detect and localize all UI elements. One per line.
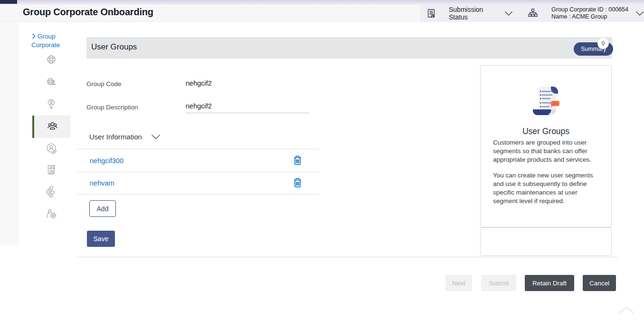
next-button[interactable]: Next <box>445 275 472 291</box>
section-title: User Groups <box>91 42 137 52</box>
user-information-label: User Information <box>89 133 142 141</box>
header-right-panel: Submission Status Group Corporate ID : 0… <box>420 5 644 22</box>
user-list: nehgcif300 nehvam <box>77 149 319 195</box>
user-groups-icon <box>46 119 59 134</box>
info-panel-footer <box>480 227 612 256</box>
org-chart-icon[interactable] <box>528 8 538 19</box>
info-panel-text: Customers are grouped into user segments… <box>493 138 601 205</box>
user-edit-icon <box>45 142 58 156</box>
delete-user-button[interactable] <box>293 177 303 189</box>
user-row: nehvam <box>77 172 319 195</box>
corporate-id-text: Group Corporate ID : 000654 <box>551 6 628 13</box>
sidebar-item-user-groups[interactable] <box>32 116 70 138</box>
global-user-icon <box>45 76 57 90</box>
info-paragraph-1: Customers are grouped into user segments… <box>493 138 601 164</box>
sidebar-icon-nav <box>32 49 70 225</box>
header-bar: Group Corporate Onboarding Submission St… <box>0 5 644 22</box>
section-header-bar: User Groups <box>86 37 612 59</box>
sidebar-item-global-user[interactable] <box>32 72 70 94</box>
sidebar-item-reports[interactable] <box>32 160 70 182</box>
user-information-header[interactable]: User Information <box>89 133 161 141</box>
user-link[interactable]: nehvam <box>90 179 114 187</box>
user-profile-icon <box>45 98 57 112</box>
info-panel: User Groups Customers are grouped into u… <box>480 65 612 227</box>
trash-icon <box>293 177 303 189</box>
cancel-button[interactable]: Cancel <box>583 275 616 291</box>
group-description-label: Group Description <box>86 104 138 111</box>
info-panel-title: User Groups <box>481 127 611 137</box>
trash-icon <box>293 155 303 167</box>
sidebar-item-user-edit[interactable] <box>32 138 70 160</box>
sidebar-item-user-settings[interactable] <box>32 204 70 225</box>
add-button[interactable]: Add <box>89 200 116 217</box>
summary-count-badge: 0 <box>597 38 609 49</box>
delete-user-button[interactable] <box>293 155 303 167</box>
sidebar-item-workflow[interactable] <box>32 182 70 204</box>
user-groups-illustration <box>527 83 565 123</box>
globe-icon <box>45 53 57 68</box>
submission-status-chevron-down-icon[interactable] <box>504 11 513 16</box>
chevron-right-icon <box>31 33 37 39</box>
top-corner-accent <box>0 0 17 4</box>
group-description-input[interactable] <box>186 99 309 113</box>
user-link[interactable]: nehgcif300 <box>90 157 123 165</box>
user-row: nehgcif300 <box>77 149 319 172</box>
group-code-value: nehgcif2 <box>186 79 212 87</box>
info-paragraph-2: You can create new user segments and use… <box>493 171 601 205</box>
reports-icon <box>45 164 57 178</box>
submission-status-label[interactable]: Submission Status <box>449 6 493 21</box>
user-information-chevron-down-icon <box>151 134 161 140</box>
left-rail <box>0 22 19 245</box>
sidebar-item-user-profile[interactable] <box>32 94 70 116</box>
top-gradient-strip <box>0 0 644 5</box>
retain-draft-button[interactable]: Retain Draft <box>525 275 574 291</box>
submit-button[interactable]: Submit <box>481 275 516 291</box>
sidebar-item-globe[interactable] <box>32 49 70 71</box>
group-code-label: Group Code <box>86 80 122 88</box>
corporate-identity-block: Group Corporate ID : 000654 Name : ACME … <box>551 6 628 20</box>
save-button[interactable]: Save <box>87 231 115 247</box>
page-title: Group Corporate Onboarding <box>23 7 153 18</box>
content-divider <box>77 257 617 257</box>
sidebar-group-corporate-link[interactable]: Group Corporate <box>31 32 73 49</box>
app-window: Group Corporate Onboarding Submission St… <box>0 0 644 322</box>
scroll-to-top-icon[interactable] <box>617 305 635 317</box>
corporate-chevron-down-icon[interactable] <box>635 11 644 16</box>
corporate-name-text: Name : ACME Group <box>551 13 628 20</box>
workflow-icon <box>45 185 57 200</box>
user-settings-icon <box>45 207 58 222</box>
submission-status-icon[interactable] <box>426 9 436 18</box>
